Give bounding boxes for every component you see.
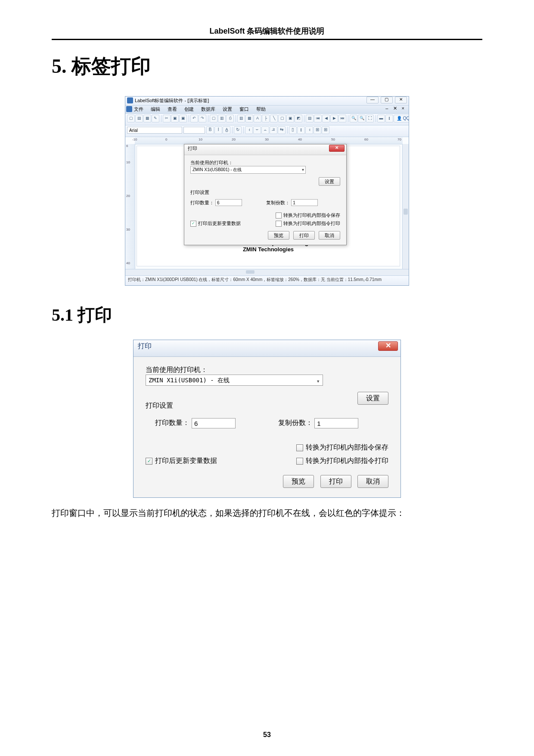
menu-create[interactable]: 创建 (184, 106, 194, 112)
chk-print-large[interactable] (296, 458, 303, 465)
dialog-close-button[interactable]: ✕ (329, 145, 345, 152)
format-icon[interactable]: ⫟ (253, 126, 261, 134)
chk-print-label-large: 转换为打印机内部指令打印 (306, 457, 388, 464)
format-icon[interactable]: B (206, 126, 214, 134)
toolbar-icon[interactable]: ▶ (330, 115, 338, 122)
window-minimize-button[interactable]: — (366, 97, 379, 103)
chk-save-large[interactable] (296, 444, 303, 451)
format-icon[interactable]: ⫿ (297, 126, 305, 134)
canvas-area: -10010203040506070 610203040 Professiona… (125, 137, 409, 269)
format-icon[interactable]: A̲ (223, 126, 230, 134)
status-bar: 打印机：ZMIN X1i(300DPI USB001) 在线，标签尺寸：60mm… (125, 275, 409, 285)
cancel-button[interactable]: 取消 (319, 231, 340, 240)
chk-save-icon[interactable] (276, 212, 282, 219)
toolbar-icon[interactable]: ▢ (278, 115, 286, 122)
toolbar-icon[interactable]: ▤ (306, 115, 314, 122)
window-titlebar[interactable]: LabelSoft标签编辑软件 - [演示标签] — ▢ ✕ (125, 97, 409, 106)
chk-print-icon[interactable] (276, 221, 282, 227)
toolbar-icon[interactable]: A (254, 115, 261, 122)
dialog-title-large: 打印 (138, 342, 152, 350)
toolbar-icon[interactable]: ⫿ (385, 115, 393, 122)
document-page: LabelSoft 条码编辑软件使用说明 5. 标签打印 LabelSoft标签… (0, 0, 534, 756)
chk-save-label-large: 转换为打印机内部指令保存 (306, 444, 388, 451)
toolbar-icon[interactable]: ⏭ (338, 115, 346, 122)
format-icon[interactable]: ⊞ (314, 126, 321, 134)
toolbar-icon[interactable]: ▥ (218, 115, 226, 122)
ruler-vertical: 610203040 (125, 144, 135, 269)
copy-label-large: 复制份数： (278, 419, 313, 426)
app-window: LabelSoft标签编辑软件 - [演示标签] — ▢ ✕ 文件 编辑 查看 … (125, 96, 409, 286)
toolbar-icon[interactable]: ▢ (127, 115, 135, 122)
toolbar-icon[interactable]: ├ (262, 115, 270, 122)
menu-edit[interactable]: 编辑 (151, 106, 160, 112)
toolbar-icon[interactable]: ▦ (143, 115, 151, 122)
chk-update-icon[interactable]: ✓ (190, 221, 196, 227)
copy-input-large[interactable] (314, 418, 358, 428)
format-icon[interactable]: I (214, 126, 222, 134)
toolbar-icon[interactable]: ◩ (295, 115, 302, 122)
qty-input[interactable] (215, 199, 242, 206)
toolbar-icon[interactable]: ▤ (135, 115, 143, 122)
toolbar-icon[interactable]: ╲ (270, 115, 278, 122)
copy-input[interactable] (291, 199, 318, 206)
menu-window[interactable]: 窗口 (239, 106, 249, 112)
preview-button[interactable]: 预览 (268, 231, 289, 240)
settings-button[interactable]: 设置 (319, 177, 340, 186)
menu-view[interactable]: 查看 (168, 106, 177, 112)
toolbar-icon[interactable]: 🔍 (350, 115, 357, 122)
format-icon[interactable]: ⇆ (278, 126, 286, 134)
toolbar-icon[interactable]: ⛶ (366, 115, 374, 122)
toolbar-icon[interactable]: ▬ (377, 115, 385, 122)
toolbar-icon[interactable]: ⎙ (226, 115, 234, 122)
chk-print-label: 转换为打印机内部指令打印 (283, 221, 340, 226)
menu-help[interactable]: 帮助 (256, 106, 266, 112)
format-icon[interactable]: ⊞ (322, 126, 329, 134)
menu-file[interactable]: 文件 (134, 106, 143, 112)
preview-button-large[interactable]: 预览 (283, 475, 314, 488)
toolbar-icon[interactable]: ▦ (245, 115, 253, 122)
scrollbar-horizontal[interactable] (125, 269, 409, 275)
toolbar-icon[interactable]: ▥ (237, 115, 245, 122)
page-number: 53 (0, 731, 534, 739)
toolbar-icon[interactable]: ✂ (163, 115, 171, 122)
toolbar-icon[interactable]: ⏮ (314, 115, 322, 122)
settings-button-large[interactable]: 设置 (357, 392, 388, 405)
format-icon[interactable]: ⫡ (270, 126, 277, 134)
printer-select[interactable]: ZMIN X1i(USB001) - 在线 (190, 166, 306, 174)
toolbar-icon[interactable]: ✎ (152, 115, 159, 122)
toolbar-icon[interactable]: ↷ (199, 115, 206, 122)
dialog-close-button-large[interactable]: ✕ (378, 341, 398, 351)
heading-2: 5.1 打印 (52, 303, 482, 327)
format-icon[interactable]: ↻ (234, 126, 242, 134)
qq-button[interactable]: 👤 QQ交谈 (394, 115, 409, 122)
print-button[interactable]: 打印 (293, 231, 315, 240)
menu-database[interactable]: 数据库 (201, 106, 215, 112)
print-button-large[interactable]: 打印 (320, 475, 351, 488)
printer-select-large[interactable]: ZMIN X1i(USB001) - 在线 (146, 375, 323, 386)
font-name-input[interactable] (127, 127, 182, 134)
toolbar-icon[interactable]: ◀ (322, 115, 330, 122)
toolbar-icon[interactable]: ▣ (179, 115, 187, 122)
toolbar-icon[interactable]: 🔍 (358, 115, 366, 122)
dialog-titlebar-large[interactable]: 打印 ✕ (134, 340, 400, 357)
toolbar-icon[interactable]: ▢ (210, 115, 217, 122)
scrollbar-vertical[interactable] (402, 144, 409, 269)
toolbar-icon[interactable]: ▣ (286, 115, 294, 122)
toolbar-icon[interactable]: ↶ (190, 115, 198, 122)
format-icon[interactable]: ⫠ (261, 126, 269, 134)
dialog-titlebar[interactable]: 打印 ✕ (184, 144, 346, 155)
mdi-controls[interactable]: – ✕ × (385, 106, 406, 111)
format-icon[interactable]: ▯ (289, 126, 297, 134)
font-size-input[interactable] (183, 127, 205, 134)
window-close-button[interactable]: ✕ (395, 97, 407, 103)
format-icon[interactable]: ⫞ (305, 126, 313, 134)
toolbar-icon[interactable]: ▣ (171, 115, 179, 122)
copy-label: 复制份数： (266, 200, 290, 206)
cancel-button-large[interactable]: 取消 (357, 475, 388, 488)
chk-update-large[interactable]: ✓ (146, 458, 152, 465)
menu-settings[interactable]: 设置 (223, 106, 232, 112)
format-icon[interactable]: ⫞ (245, 126, 253, 134)
window-maximize-button[interactable]: ▢ (381, 97, 393, 103)
qty-input-large[interactable] (192, 418, 236, 428)
dialog-title: 打印 (188, 146, 197, 151)
